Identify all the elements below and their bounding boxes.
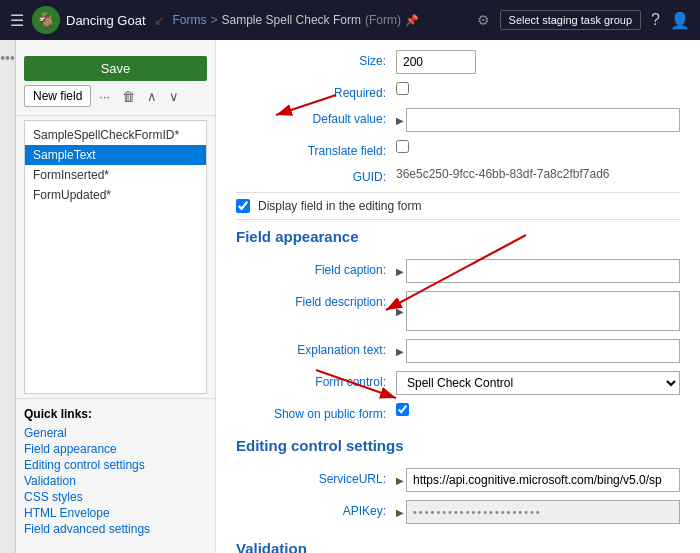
breadcrumb-forms[interactable]: Forms: [173, 13, 207, 27]
quick-links-title: Quick links:: [24, 407, 207, 421]
quick-link-item[interactable]: Field appearance: [24, 441, 207, 457]
field-item[interactable]: SampleSpellCheckFormID*: [25, 125, 206, 145]
form-control-select[interactable]: Text boxText areaSpell Check ControlChec…: [396, 371, 680, 395]
breadcrumb-page: Sample Spell Check Form: [222, 13, 361, 27]
new-field-button[interactable]: New field: [24, 85, 91, 107]
field-caption-control: ▶: [396, 259, 680, 283]
field-description-control: ▶: [396, 291, 680, 331]
top-nav: ☰ 🐐 Dancing Goat ↙ Forms > Sample Spell …: [0, 0, 700, 40]
breadcrumb-sep: >: [211, 13, 218, 27]
api-key-masked[interactable]: ••••••••••••••••••••••: [406, 500, 680, 524]
task-group-button[interactable]: Select staging task group: [500, 10, 642, 30]
form-control-select-area: Text boxText areaSpell Check ControlChec…: [396, 371, 680, 395]
field-list: SampleSpellCheckFormID*SampleTextFormIns…: [24, 120, 207, 394]
quick-link-item[interactable]: Field advanced settings: [24, 521, 207, 537]
size-row: Size:: [236, 50, 680, 74]
explanation-text-row: Explanation text: ▶: [236, 339, 680, 363]
quick-link-item[interactable]: CSS styles: [24, 489, 207, 505]
validation-section: Validation: [236, 540, 680, 553]
show-public-form-label: Show on public form:: [236, 403, 396, 421]
breadcrumb-form-label: (Form): [365, 13, 401, 27]
right-area: ⚙ Select staging task group ? 👤: [477, 10, 690, 30]
field-item[interactable]: SampleText: [25, 145, 206, 165]
api-key-control: ▶ ••••••••••••••••••••••: [396, 500, 680, 524]
explanation-text-control: ▶: [396, 339, 680, 363]
quick-link-item[interactable]: HTML Envelope: [24, 505, 207, 521]
move-down-button[interactable]: ∨: [165, 87, 183, 106]
service-url-control: ▶: [396, 468, 680, 492]
service-url-label: ServiceURL:: [236, 468, 396, 486]
quick-link-item[interactable]: Validation: [24, 473, 207, 489]
size-control: [396, 50, 680, 74]
explanation-text-input[interactable]: [406, 339, 680, 363]
translate-field-checkbox[interactable]: [396, 140, 409, 153]
api-key-row: APIKey: ▶ ••••••••••••••••••••••: [236, 500, 680, 524]
site-name: Dancing Goat: [66, 13, 146, 28]
service-url-arrow: ▶: [396, 475, 404, 486]
field-appearance-title: Field appearance: [236, 228, 680, 249]
nav-separator: ↙: [154, 13, 165, 28]
field-caption-row: Field caption: ▶: [236, 259, 680, 283]
logo-area: 🐐 Dancing Goat: [32, 6, 146, 34]
field-caption-input[interactable]: [406, 259, 680, 283]
user-icon[interactable]: 👤: [670, 11, 690, 30]
delete-field-button[interactable]: 🗑: [118, 87, 139, 106]
main-layout: ••• Save New field ··· 🗑 ∧ ∨ SampleSpell…: [0, 40, 700, 553]
service-url-row: ServiceURL: ▶: [236, 468, 680, 492]
menu-icon[interactable]: ☰: [10, 11, 24, 30]
display-field-checkbox[interactable]: [236, 199, 250, 213]
guid-value: 36e5c250-9fcc-46bb-83df-7a8c2fbf7ad6: [396, 166, 680, 181]
explanation-text-label: Explanation text:: [236, 339, 396, 357]
display-field-row: Display field in the editing form: [236, 192, 680, 220]
dots-icon: •••: [0, 50, 15, 66]
breadcrumb: Forms > Sample Spell Check Form (Form) 📌: [173, 13, 469, 27]
move-up-button[interactable]: ∧: [143, 87, 161, 106]
content-area: Size: Required: Default value: ▶ Transla…: [216, 40, 700, 553]
field-appearance-section: Field appearance Field caption: ▶ Field …: [236, 228, 680, 421]
logo-goat-icon: 🐐: [32, 6, 60, 34]
default-value-arrow: ▶: [396, 115, 404, 126]
field-item[interactable]: FormInserted*: [25, 165, 206, 185]
guid-text: 36e5c250-9fcc-46bb-83df-7a8c2fbf7ad6: [396, 163, 610, 181]
display-field-label: Display field in the editing form: [258, 199, 421, 213]
field-description-textarea[interactable]: [406, 291, 680, 331]
quick-links: Quick links: GeneralField appearanceEdit…: [16, 398, 215, 545]
validation-title: Validation: [236, 540, 680, 553]
form-control-label: Form control:: [236, 371, 396, 389]
quick-link-item[interactable]: Editing control settings: [24, 457, 207, 473]
guid-label: GUID:: [236, 166, 396, 184]
more-options-button[interactable]: ···: [95, 87, 114, 106]
field-description-arrow: ▶: [396, 306, 404, 317]
editing-control-settings-title: Editing control settings: [236, 437, 680, 458]
translate-field-label: Translate field:: [236, 140, 396, 158]
field-description-label: Field description:: [236, 291, 396, 309]
required-control: [396, 82, 680, 98]
help-icon[interactable]: ?: [651, 11, 660, 29]
show-public-form-row: Show on public form:: [236, 403, 680, 421]
field-description-row: Field description: ▶: [236, 291, 680, 331]
guid-row: GUID: 36e5c250-9fcc-46bb-83df-7a8c2fbf7a…: [236, 166, 680, 184]
pin-icon[interactable]: 📌: [405, 14, 419, 27]
sidebar: Save New field ··· 🗑 ∧ ∨ SampleSpellChec…: [16, 40, 216, 553]
required-row: Required:: [236, 82, 680, 100]
save-button[interactable]: Save: [24, 56, 207, 81]
service-url-input[interactable]: [406, 468, 680, 492]
required-label: Required:: [236, 82, 396, 100]
task-group-icon: ⚙: [477, 12, 490, 28]
editing-control-settings-section: Editing control settings ServiceURL: ▶ A…: [236, 437, 680, 524]
field-caption-label: Field caption:: [236, 259, 396, 277]
size-input[interactable]: [396, 50, 476, 74]
sidebar-toolbar: New field ··· 🗑 ∧ ∨: [16, 85, 215, 116]
form-control-row: Form control: Text boxText areaSpell Che…: [236, 371, 680, 395]
quick-links-list: GeneralField appearanceEditing control s…: [24, 425, 207, 537]
show-public-form-checkbox[interactable]: [396, 403, 409, 416]
field-caption-arrow: ▶: [396, 266, 404, 277]
translate-field-control: [396, 140, 680, 156]
dots-column: •••: [0, 40, 16, 553]
required-checkbox[interactable]: [396, 82, 409, 95]
api-key-label: APIKey:: [236, 500, 396, 518]
quick-link-item[interactable]: General: [24, 425, 207, 441]
field-item[interactable]: FormUpdated*: [25, 185, 206, 205]
explanation-text-arrow: ▶: [396, 346, 404, 357]
default-value-input[interactable]: [406, 108, 680, 132]
